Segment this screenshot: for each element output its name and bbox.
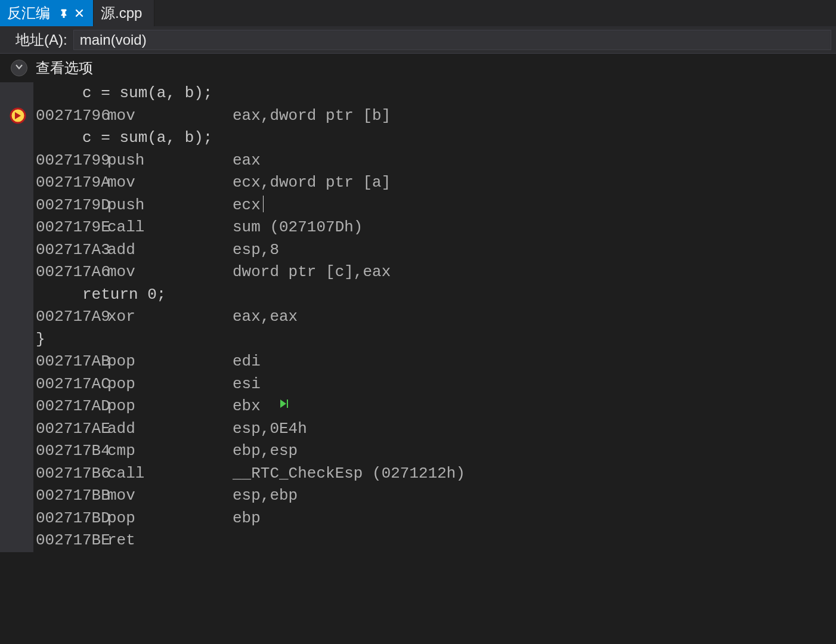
disassembly-view[interactable]: c = sum(a, b);00271796moveax,dword ptr [… [0, 82, 836, 552]
close-icon[interactable] [73, 7, 86, 20]
instruction-address: 0027179A [36, 172, 107, 194]
code-line[interactable]: 002717A3addesp,8 [36, 239, 836, 262]
code-line[interactable]: c = sum(a, b); [36, 82, 836, 105]
code-line[interactable]: 0027179Ecallsum (027107Dh) [36, 216, 836, 239]
instruction-operands: edi [233, 352, 261, 370]
instruction-address: 00271799 [36, 150, 107, 172]
instruction-operands: eax [233, 151, 261, 169]
code-line[interactable]: 002717BEret [36, 530, 836, 552]
code-line[interactable]: } [36, 329, 836, 351]
code-line[interactable]: 002717B4cmpebp,esp [36, 440, 836, 463]
instruction-address: 002717AB [36, 351, 107, 373]
tab-bar: 反汇编 源.cpp [0, 0, 836, 26]
brace: } [36, 330, 45, 348]
code-line[interactable]: 002717AEaddesp,0E4h [36, 418, 836, 441]
instruction-operands: ecx,dword ptr [a] [233, 174, 391, 191]
instruction-mnemonic: push [107, 194, 233, 217]
source-line: return 0; [36, 286, 166, 304]
instruction-mnemonic: mov [107, 172, 233, 194]
pin-icon[interactable] [57, 7, 70, 20]
instruction-address: 0027179D [36, 194, 107, 217]
address-bar: 地址(A): [0, 26, 836, 54]
instruction-address: 00271796 [36, 105, 107, 128]
instruction-mnemonic: xor [107, 306, 233, 329]
instruction-operands: ebp [233, 509, 261, 527]
instruction-mnemonic: call [107, 216, 233, 239]
code-line[interactable]: 0027179Dpushecx [36, 194, 836, 217]
instruction-mnemonic: pop [107, 507, 233, 530]
tab-disassembly[interactable]: 反汇编 [0, 0, 94, 26]
instruction-mnemonic: mov [107, 261, 233, 284]
tab-source-cpp[interactable]: 源.cpp [94, 0, 154, 26]
instruction-mnemonic: pop [107, 373, 233, 396]
tab-label: 反汇编 [7, 4, 50, 23]
code-lines[interactable]: c = sum(a, b);00271796moveax,dword ptr [… [33, 82, 836, 552]
run-to-cursor-icon[interactable] [278, 398, 289, 409]
code-line[interactable]: 00271799pusheax [36, 150, 836, 172]
instruction-mnemonic: mov [107, 485, 233, 507]
instruction-mnemonic: add [107, 418, 233, 441]
instruction-operands: __RTC_CheckEsp (0271212h) [233, 465, 465, 482]
source-line: c = sum(a, b); [36, 84, 212, 102]
options-bar: 查看选项 [0, 54, 836, 82]
instruction-address: 002717AE [36, 418, 107, 441]
instruction-address: 002717BE [36, 530, 107, 552]
instruction-mnemonic: push [107, 150, 233, 172]
instruction-operands: sum (027107Dh) [233, 218, 363, 236]
instruction-operands: ebx [233, 397, 261, 415]
address-input[interactable] [73, 30, 831, 50]
instruction-operands: dword ptr [c],eax [233, 263, 391, 281]
code-line[interactable]: 002717ACpopesi [36, 373, 836, 396]
instruction-address: 0027179E [36, 216, 107, 239]
address-label: 地址(A): [16, 30, 67, 49]
code-line[interactable]: 002717B6call__RTC_CheckEsp (0271212h) [36, 463, 836, 485]
instruction-operands: esp,ebp [233, 487, 298, 504]
instruction-mnemonic: cmp [107, 440, 233, 463]
code-line[interactable]: 002717ADpopebx [36, 395, 836, 418]
code-line[interactable]: 0027179Amovecx,dword ptr [a] [36, 172, 836, 194]
text-cursor [263, 196, 264, 212]
instruction-operands: ecx [233, 196, 261, 214]
code-line[interactable]: 002717BDpopebp [36, 507, 836, 530]
code-line[interactable]: 002717A9xoreax,eax [36, 306, 836, 329]
source-line: c = sum(a, b); [36, 129, 212, 147]
instruction-mnemonic: add [107, 239, 233, 262]
instruction-operands: eax,dword ptr [b] [233, 107, 391, 125]
instruction-mnemonic: pop [107, 395, 233, 418]
instruction-address: 002717A6 [36, 261, 107, 284]
tab-label: 源.cpp [101, 4, 142, 23]
instruction-operands: esi [233, 375, 261, 393]
code-line[interactable]: 00271796moveax,dword ptr [b] [36, 105, 836, 128]
instruction-operands: ebp,esp [233, 442, 298, 460]
code-line[interactable]: 002717BBmovesp,ebp [36, 485, 836, 507]
instruction-address: 002717B4 [36, 440, 107, 463]
instruction-mnemonic: pop [107, 351, 233, 373]
view-options-toggle[interactable] [11, 60, 27, 76]
code-line[interactable]: 002717ABpopedi [36, 351, 836, 373]
instruction-mnemonic: call [107, 463, 233, 485]
instruction-mnemonic: mov [107, 105, 233, 128]
instruction-address: 002717BB [36, 485, 107, 507]
instruction-address: 002717AD [36, 395, 107, 418]
view-options-label: 查看选项 [36, 58, 93, 78]
instruction-operands: eax,eax [233, 308, 298, 326]
instruction-address: 002717A9 [36, 306, 107, 329]
svg-rect-1 [287, 400, 288, 408]
instruction-address: 002717A3 [36, 239, 107, 262]
instruction-operands: esp,0E4h [233, 420, 307, 438]
instruction-operands: esp,8 [233, 241, 279, 259]
code-line[interactable]: return 0; [36, 284, 836, 306]
code-line[interactable]: 002717A6movdword ptr [c],eax [36, 261, 836, 284]
chevron-down-icon [15, 63, 23, 73]
instruction-address: 002717AC [36, 373, 107, 396]
instruction-address: 002717BD [36, 507, 107, 530]
instruction-address: 002717B6 [36, 463, 107, 485]
instruction-mnemonic: ret [107, 530, 233, 552]
code-line[interactable]: c = sum(a, b); [36, 127, 836, 150]
current-instruction-pointer-icon [10, 107, 26, 124]
gutter[interactable] [0, 82, 33, 552]
